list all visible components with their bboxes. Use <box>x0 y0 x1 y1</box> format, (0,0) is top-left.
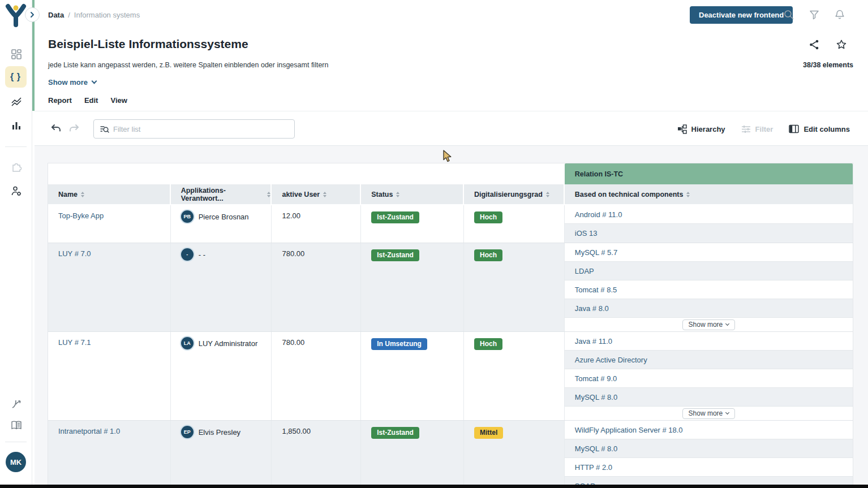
bar-chart-icon <box>11 120 22 131</box>
name-cell: LUY # 7.0 <box>48 243 171 331</box>
menu-edit[interactable]: Edit <box>84 96 98 105</box>
owner-cell: LA LUY Administrator <box>171 332 272 420</box>
user-avatar[interactable]: MK <box>6 452 26 472</box>
filter-funnel-icon[interactable] <box>809 9 820 20</box>
owner-cell: - - - <box>171 243 272 331</box>
sort-icon[interactable] <box>81 192 84 197</box>
row-name-link[interactable]: LUY # 7.1 <box>58 338 91 347</box>
component-row: iOS 13 <box>565 224 853 243</box>
sort-icon[interactable] <box>323 192 326 197</box>
sidebar-item-data[interactable]: { } <box>5 66 27 88</box>
component-link[interactable]: Android # 11.0 <box>575 210 622 219</box>
sidebar-item-reports[interactable] <box>0 93 32 110</box>
row-name-link[interactable]: LUY # 7.0 <box>58 249 91 258</box>
component-link[interactable]: WildFly Application Server # 18.0 <box>575 426 683 434</box>
show-more-components-button[interactable]: Show more <box>682 408 736 419</box>
braces-icon: { } <box>10 72 22 82</box>
component-row: LDAP <box>565 262 853 280</box>
edit-columns-button[interactable]: Edit columns <box>789 124 850 133</box>
sort-icon[interactable] <box>686 192 690 197</box>
filter-list-input[interactable] <box>113 125 289 133</box>
digitalisierungsgrad-cell: Hoch <box>464 205 565 243</box>
component-link[interactable]: Azure Active Directory <box>575 356 647 364</box>
column-header-label: aktive User <box>282 191 320 198</box>
sidebar-item-flows[interactable] <box>0 395 32 412</box>
sort-icon[interactable] <box>546 192 549 197</box>
owner-avatar: PB <box>181 210 194 223</box>
show-more-components-button[interactable]: Show more <box>682 319 736 330</box>
hierarchy-label: Hierarchy <box>691 125 725 133</box>
table-group-header-row: Relation IS-TC <box>48 163 853 184</box>
sidebar-item-plugins[interactable] <box>0 158 32 175</box>
name-cell: Top-Byke App <box>48 205 171 243</box>
component-link[interactable]: Java # 8.0 <box>575 304 609 313</box>
bottom-progress-bar <box>0 485 868 488</box>
status-cell: Ist-Zustand <box>361 205 464 243</box>
share-icon[interactable] <box>809 39 820 50</box>
owner-name: LUY Administrator <box>199 339 258 348</box>
hierarchy-button[interactable]: Hierarchy <box>677 124 725 134</box>
menu-report[interactable]: Report <box>48 96 72 105</box>
component-row: MySQL # 8.0 <box>565 439 853 458</box>
breadcrumb-section[interactable]: Data <box>48 11 64 19</box>
sidebar-item-dashboard[interactable] <box>0 46 32 63</box>
status-badge: Ist-Zustand <box>371 211 419 223</box>
luy-logo[interactable] <box>5 3 27 27</box>
row-name-link[interactable]: Top-Byke App <box>58 211 104 220</box>
sidebar-item-administration[interactable] <box>0 183 32 200</box>
owner-name: Pierce Brosnan <box>199 213 249 221</box>
bell-icon[interactable] <box>834 9 845 20</box>
component-link[interactable]: MySQL # 8.0 <box>575 393 617 401</box>
component-link[interactable]: Java # 11.0 <box>575 337 612 346</box>
information-systems-table: Relation IS-TC NameApplikations-Verantwo… <box>48 163 853 488</box>
search-icon[interactable] <box>783 9 794 20</box>
redo-button[interactable] <box>67 122 81 136</box>
page-header: Data/Information systems Deactivate new … <box>35 0 868 111</box>
status-cell: Ist-Zustand <box>361 421 464 488</box>
sort-icon[interactable] <box>396 192 399 197</box>
component-row: Java # 11.0 <box>565 332 853 351</box>
component-link[interactable]: iOS 13 <box>575 229 598 237</box>
filter-button[interactable]: Filter <box>741 124 774 134</box>
sidebar-item-documentation[interactable] <box>0 417 32 434</box>
component-link[interactable]: LDAP <box>575 267 594 275</box>
list-toolbar: Hierarchy Filter Edit columns <box>35 111 868 146</box>
show-more-row: Show more <box>565 407 853 420</box>
row-name-link[interactable]: Intranetportal # 1.0 <box>58 427 120 435</box>
chevron-down-icon <box>725 411 729 414</box>
component-link[interactable]: MySQL # 8.0 <box>575 444 617 453</box>
deactivate-frontend-button[interactable]: Deactivate new frontend <box>690 6 793 24</box>
relation-group-header: Relation IS-TC <box>565 163 853 184</box>
component-link[interactable]: MySQL # 5.7 <box>575 248 617 257</box>
menu-view[interactable]: View <box>110 96 127 105</box>
owner-cell: EP Elvis Presley <box>171 421 272 488</box>
dashboard-icon <box>11 49 22 60</box>
name-cell: Intranetportal # 1.0 <box>48 421 171 488</box>
digitalisierungsgrad-badge: Hoch <box>474 211 502 223</box>
star-icon[interactable] <box>836 39 847 50</box>
digitalisierungsgrad-badge: Hoch <box>474 249 502 261</box>
digitalisierungsgrad-badge: Mittel <box>474 427 503 439</box>
component-row: Tomcat # 9.0 <box>565 369 853 388</box>
show-more-link[interactable]: Show more <box>48 78 96 87</box>
show-more-label: Show more <box>48 78 88 87</box>
active-users-cell: 780.00 <box>272 243 361 331</box>
hierarchy-icon <box>677 124 687 134</box>
component-link[interactable]: Tomcat # 8.5 <box>575 286 617 294</box>
book-icon <box>11 420 22 431</box>
status-cell: Ist-Zustand <box>361 243 464 331</box>
page-title: Beispiel-Liste Informationssysteme <box>48 37 248 51</box>
chevron-down-icon <box>92 79 97 84</box>
undo-button[interactable] <box>49 122 63 136</box>
component-link[interactable]: HTTP # 2.0 <box>575 463 612 472</box>
sidebar-item-charts[interactable] <box>0 117 32 134</box>
group-header-spacer <box>48 163 565 184</box>
column-header: Based on technical components <box>565 184 853 204</box>
breadcrumb-separator: / <box>68 11 70 19</box>
filter-search-icon <box>100 124 109 134</box>
sidebar-expand-button[interactable] <box>25 7 40 22</box>
content-area: Relation IS-TC NameApplikations-Verantwo… <box>35 146 868 488</box>
digitalisierungsgrad-cell: Hoch <box>464 243 565 331</box>
sort-icon[interactable] <box>267 192 270 197</box>
component-link[interactable]: Tomcat # 9.0 <box>575 374 617 383</box>
